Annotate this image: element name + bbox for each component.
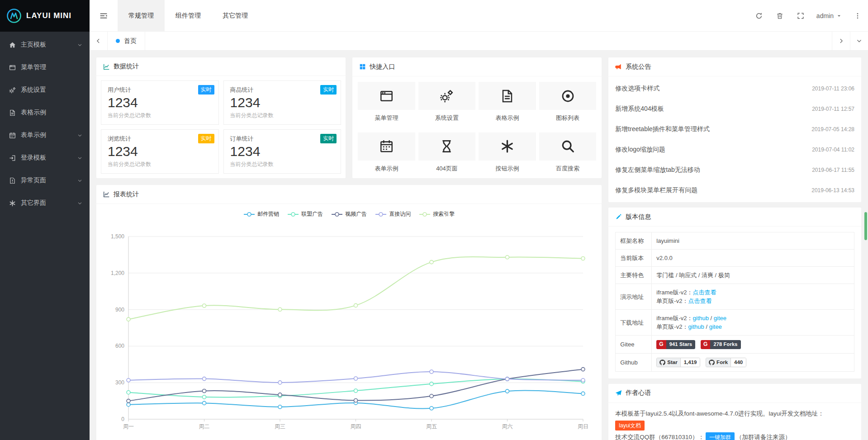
github-icon [709,360,715,365]
quick-entry-3[interactable]: 图标列表 [539,82,597,125]
sidebar-item-7[interactable]: 其它界面 [0,192,90,214]
hourglass-icon [440,139,454,153]
announcement-item[interactable]: 修改选项卡样式 2019-07-11 23:06 [615,78,854,99]
sidebar-item-label: 表单示例 [21,131,77,139]
gitee-badges-cell: G941 Stars G278 Forks [652,336,854,354]
quick-entry-1[interactable]: 系统设置 [418,82,476,125]
announcement-item[interactable]: 修改logo缩放问题 2019-07-04 11:02 [615,139,854,160]
version-row-label: 主要特色 [616,267,652,284]
sidebar-item-3[interactable]: 表格示例 [0,101,90,124]
top-nav-tab-0[interactable]: 常规管理 [118,0,165,31]
legend-item-3[interactable]: 直接访问 [375,210,411,218]
quick-entry-label: 百度搜索 [539,165,597,173]
announcements-card: 系统公告 修改选项卡样式 2019-07-11 23:06 新增系统404模板 … [608,57,861,202]
version-row-label: 下载地址 [616,310,652,336]
legend-item-0[interactable]: 邮件营销 [243,210,279,218]
download-iframe-github-link[interactable]: github [693,315,709,322]
sidebar-item-5[interactable]: 登录模板 [0,147,90,169]
gitee-icon: G [701,340,710,349]
stats-card-title: 数据统计 [114,62,139,71]
announcement-text: 新增treetable插件和菜单管理样式 [615,125,709,133]
version-table: 框架名称 layuimini 当前版本 v2.0.0 主要特色 零门槛 / 响应… [615,232,854,372]
version-row-label: Gitee [616,336,652,354]
quick-entry-6[interactable]: 按钮示例 [479,132,536,176]
download-iframe-gitee-link[interactable]: gitee [714,315,726,322]
signin-icon [9,155,16,161]
main-features: 零门槛 / 响应式 / 清爽 / 极简 [652,267,854,284]
quick-entry-label: 系统设置 [418,114,476,122]
top-nav-tab-2[interactable]: 其它管理 [212,0,259,31]
logo[interactable]: LAYUI MINI [0,0,90,32]
sidebar-item-1[interactable]: 菜单管理 [0,56,90,79]
svg-text:周三: 周三 [275,423,285,430]
chevdown-icon [77,43,82,47]
top-nav-tab-1[interactable]: 组件管理 [165,0,212,31]
clear-cache-button[interactable] [769,0,790,31]
version-row-label: 框架名称 [616,232,652,250]
announcement-item[interactable]: 修复左侧菜单缩放tab无法移动 2019-06-17 11:55 [615,160,854,180]
legend-item-4[interactable]: 搜索引擎 [419,210,455,218]
quick-entry-2[interactable]: 表格示例 [479,82,536,125]
gitee-stars-badge[interactable]: G941 Stars [656,340,695,349]
announcement-item[interactable]: 新增系统404模板 2019-07-11 12:57 [615,99,854,119]
user-menu[interactable]: admin [811,0,847,31]
report-card-header: 报表统计 [96,185,602,204]
more-menu-button[interactable] [847,0,868,31]
github-star-badge[interactable]: Star 1,419 [656,358,700,367]
svg-text:300: 300 [115,379,124,386]
sidebar-item-6[interactable]: 异常页面 [0,169,90,192]
fullscreen-button[interactable] [790,0,811,31]
refresh-button[interactable] [749,0,769,31]
scrollbar-thumb[interactable] [864,212,867,240]
demo-spa-link[interactable]: 点击查看 [688,298,711,304]
sidebar-item-4[interactable]: 表单示例 [0,124,90,147]
quick-grid: 菜单管理 系统设置 表格示例 图标列表 表单示例 404页面 按钮示例 百度搜索 [352,76,602,178]
announcements-header: 系统公告 [608,57,861,76]
announcement-date: 2019-07-05 14:28 [811,126,854,132]
sidebar-item-2[interactable]: 系统设置 [0,79,90,101]
version-header: 版本信息 [608,208,861,227]
dotcircle-icon [561,89,575,103]
announcements-title: 系统公告 [626,63,651,71]
search-icon [561,139,575,153]
tab-home[interactable]: 首页 [108,32,145,50]
legend-item-2[interactable]: 视频广告 [331,210,367,218]
qq-group-badge[interactable]: 一键加群 [706,432,735,440]
quick-entry-label: 图标列表 [539,114,597,122]
sidebar-item-label: 系统设置 [21,86,82,94]
file-icon [9,109,16,116]
announcement-date: 2019-07-11 12:57 [812,106,854,112]
quick-card-title: 快捷入口 [370,63,395,71]
refresh-icon [755,12,763,19]
sidebar-item-0[interactable]: 主页模板 [0,33,90,56]
bullhorn-icon [615,63,622,70]
download-spa-gitee-link[interactable]: gitee [709,323,722,330]
tab-bar-controls [832,32,868,50]
stat-desc: 当前分类总记录数 [230,161,335,168]
demo-iframe-link[interactable]: 点击查看 [693,289,716,296]
tab-scroll-right-button[interactable] [832,32,850,50]
svg-text:1,500: 1,500 [111,233,124,240]
announcement-item[interactable]: 新增treetable插件和菜单管理样式 2019-07-05 14:28 [615,119,854,139]
quick-entry-5[interactable]: 404页面 [418,132,476,176]
layui-doc-badge[interactable]: layui文档 [615,421,645,431]
paper-plane-icon [615,390,622,397]
quick-entry-label: 404页面 [418,165,476,173]
logo-title: LAYUI MINI [26,11,71,20]
github-fork-badge[interactable]: Fork 440 [706,358,746,367]
quick-entry-0[interactable]: 菜单管理 [358,82,415,125]
quick-entry-4[interactable]: 表单示例 [358,132,415,176]
tab-bar: 首页 [90,32,868,51]
hamburger-icon [100,12,108,20]
announcement-item[interactable]: 修复多模块菜单栏展开有问题 2019-06-13 14:53 [615,180,854,200]
tab-operations-button[interactable] [850,32,868,50]
legend-item-1[interactable]: 联盟广告 [287,210,323,218]
tab-scroll-left-button[interactable] [90,32,108,50]
logo-icon [6,8,22,24]
author-body: 本模板基于layui2.5.4以及font-awesome-4.7.0进行实现。… [608,403,861,440]
collapse-sidebar-button[interactable] [90,0,118,31]
gitee-forks-badge[interactable]: G278 Forks [701,340,741,349]
quick-entry-7[interactable]: 百度搜索 [539,132,597,176]
download-spa-github-link[interactable]: github [688,323,704,330]
announcement-text: 修改logo缩放问题 [615,146,665,154]
